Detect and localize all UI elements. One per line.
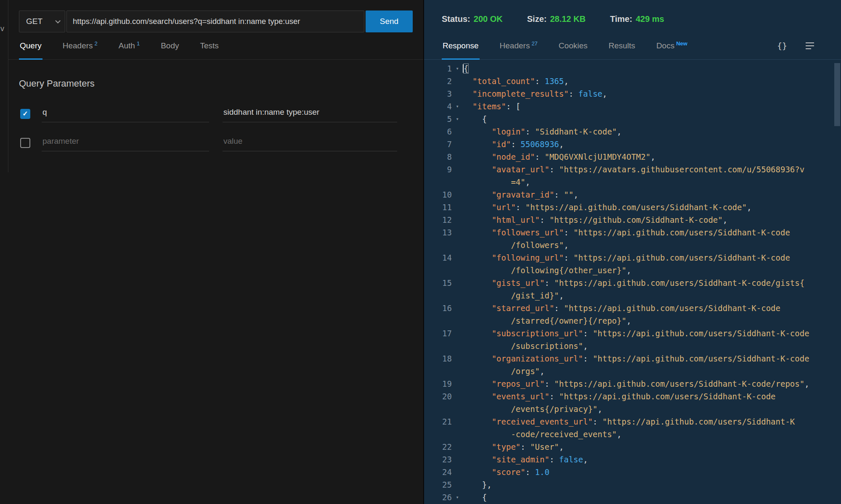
tab-headers[interactable]: Headers 2 bbox=[62, 32, 98, 59]
line-number: 6 bbox=[424, 125, 452, 138]
method-label: GET bbox=[26, 17, 42, 26]
fold-arrow-icon[interactable]: ▾ bbox=[452, 491, 463, 504]
fold-gutter bbox=[452, 352, 463, 365]
braces-icon[interactable]: {} bbox=[777, 41, 787, 51]
tab-docs[interactable]: Docs New bbox=[655, 32, 688, 59]
param-checkbox-checked[interactable] bbox=[20, 109, 30, 119]
menu-icon[interactable] bbox=[806, 42, 814, 49]
code-line: 19 "repos_url": "https://api.github.com/… bbox=[424, 377, 841, 390]
tab-response[interactable]: Response bbox=[442, 32, 480, 59]
tab-response-headers[interactable]: Headers 27 bbox=[499, 32, 539, 59]
code-line: 15 "gists_url": "https://api.github.com/… bbox=[424, 277, 841, 289]
code-line: 5▾ { bbox=[424, 113, 841, 125]
param-name-input-empty[interactable] bbox=[42, 134, 209, 151]
line-number: 19 bbox=[424, 377, 452, 390]
line-number: 21 bbox=[424, 415, 452, 428]
size-label: Size: bbox=[527, 14, 547, 24]
code-line: 4▾ "items": [ bbox=[424, 100, 841, 113]
url-input[interactable] bbox=[66, 11, 364, 32]
code-line: 1▾{ bbox=[424, 62, 841, 75]
tab-auth[interactable]: Auth 1 bbox=[118, 32, 141, 59]
line-number: 12 bbox=[424, 214, 452, 226]
code-line: 23 "site_admin": false, bbox=[424, 453, 841, 466]
fold-gutter bbox=[452, 453, 463, 466]
scrollbar-thumb[interactable] bbox=[834, 63, 840, 126]
code-lines: 1▾{2 "total_count": 1365,3 "incomplete_r… bbox=[424, 62, 841, 504]
line-number: 11 bbox=[424, 201, 452, 214]
line-number: 3 bbox=[424, 87, 452, 100]
fold-gutter bbox=[452, 201, 463, 214]
method-select[interactable]: GET bbox=[19, 11, 65, 32]
fold-arrow-icon[interactable]: ▾ bbox=[452, 62, 463, 75]
code-line: /events{/privacy}", bbox=[424, 403, 841, 415]
fold-arrow-icon[interactable]: ▾ bbox=[452, 100, 463, 113]
param-name-input[interactable] bbox=[42, 105, 209, 122]
tab-body[interactable]: Body bbox=[160, 32, 180, 59]
line-number bbox=[424, 403, 452, 415]
response-tabs: Response Headers 27 Cookies Results Docs… bbox=[424, 32, 841, 60]
line-number: 4 bbox=[424, 100, 452, 113]
request-tabs: Query Headers 2 Auth 1 Body Tests bbox=[8, 32, 423, 60]
chevron-down-icon bbox=[55, 18, 61, 24]
code-line: /subscriptions", bbox=[424, 340, 841, 352]
query-parameters-title: Query Parameters bbox=[19, 78, 413, 89]
line-number bbox=[424, 176, 452, 188]
tab-cookies[interactable]: Cookies bbox=[558, 32, 589, 59]
param-row bbox=[20, 105, 413, 122]
code-line: 25 }, bbox=[424, 478, 841, 491]
code-line: 20 "events_url": "https://api.github.com… bbox=[424, 390, 841, 403]
code-line: 8 "node_id": "MDQ6VXNlcjU1MDY4OTM2", bbox=[424, 150, 841, 163]
code-editor[interactable]: 1▾{2 "total_count": 1365,3 "incomplete_r… bbox=[424, 60, 841, 504]
line-number: 26 bbox=[424, 491, 452, 504]
line-number bbox=[424, 340, 452, 352]
fold-gutter bbox=[452, 365, 463, 377]
status-label: Status: bbox=[442, 14, 470, 24]
line-number: 22 bbox=[424, 441, 452, 453]
response-status-bar: Status:200 OK Size:28.12 KB Time:429 ms bbox=[424, 0, 841, 32]
code-line: 14 "following_url": "https://api.github.… bbox=[424, 251, 841, 264]
time-label: Time: bbox=[610, 14, 632, 24]
code-line: 10 "gravatar_id": "", bbox=[424, 188, 841, 201]
send-button[interactable]: Send bbox=[366, 11, 413, 32]
fold-gutter bbox=[452, 289, 463, 302]
tab-query[interactable]: Query bbox=[19, 32, 42, 59]
time-group: Time:429 ms bbox=[610, 14, 664, 24]
line-number bbox=[424, 289, 452, 302]
fold-gutter bbox=[452, 314, 463, 327]
fold-gutter bbox=[452, 163, 463, 176]
activity-bar: v bbox=[0, 0, 8, 504]
line-number: 20 bbox=[424, 390, 452, 403]
param-checkbox-unchecked[interactable] bbox=[20, 138, 30, 148]
param-value-input[interactable] bbox=[223, 105, 397, 122]
response-panel: Status:200 OK Size:28.12 KB Time:429 ms … bbox=[424, 0, 841, 504]
param-row bbox=[20, 134, 413, 151]
fold-gutter bbox=[452, 478, 463, 491]
request-panel: GET Send Query Headers 2 Auth 1 Body bbox=[8, 0, 424, 504]
fold-gutter bbox=[452, 226, 463, 239]
tab-results[interactable]: Results bbox=[608, 32, 636, 59]
line-number: 2 bbox=[424, 75, 452, 87]
line-number: 17 bbox=[424, 327, 452, 340]
fold-arrow-icon[interactable]: ▾ bbox=[452, 113, 463, 125]
fold-gutter bbox=[452, 428, 463, 441]
fold-gutter bbox=[452, 390, 463, 403]
fold-gutter bbox=[452, 214, 463, 226]
fold-gutter bbox=[452, 75, 463, 87]
code-line: /followers", bbox=[424, 239, 841, 251]
tab-tests[interactable]: Tests bbox=[199, 32, 219, 59]
app-window: v GET Send Query Headers 2 Auth bbox=[0, 0, 841, 504]
param-value-input-empty[interactable] bbox=[223, 134, 397, 151]
fold-gutter bbox=[452, 377, 463, 390]
fold-gutter bbox=[452, 466, 463, 478]
code-line: =4", bbox=[424, 176, 841, 188]
code-line: 17 "subscriptions_url": "https://api.git… bbox=[424, 327, 841, 340]
code-line: 22 "type": "User", bbox=[424, 441, 841, 453]
fold-gutter bbox=[452, 327, 463, 340]
line-number: 23 bbox=[424, 453, 452, 466]
code-line: 13 "followers_url": "https://api.github.… bbox=[424, 226, 841, 239]
line-number: 10 bbox=[424, 188, 452, 201]
code-line: 24 "score": 1.0 bbox=[424, 466, 841, 478]
request-url-bar: GET Send bbox=[8, 0, 423, 32]
code-line: /gist_id}", bbox=[424, 289, 841, 302]
line-number: 24 bbox=[424, 466, 452, 478]
